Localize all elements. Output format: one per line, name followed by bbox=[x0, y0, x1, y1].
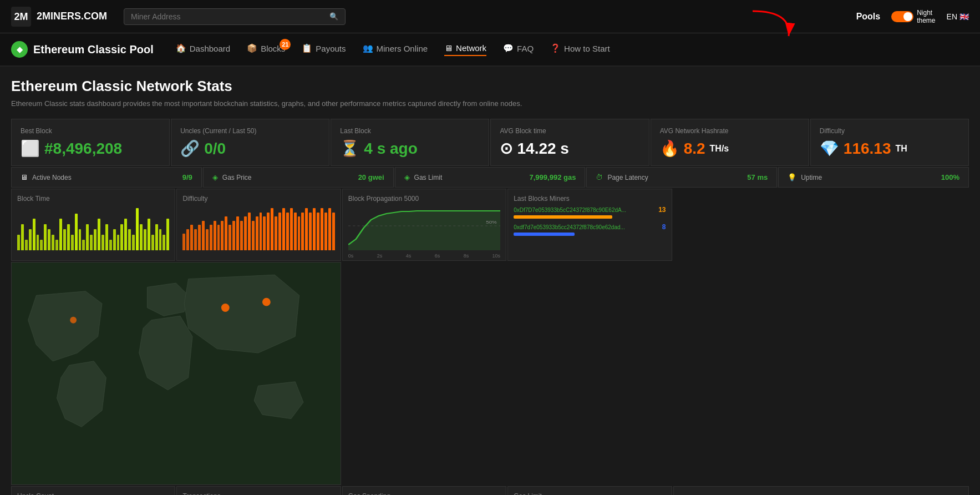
active-nodes-icon: 🖥 bbox=[21, 173, 28, 181]
last-block-icon: ⏳ bbox=[340, 139, 359, 158]
uncles-label: Uncles (Current / Last 50) bbox=[180, 127, 320, 135]
search-bar[interactable]: 🔍 bbox=[124, 8, 346, 25]
world-map bbox=[11, 262, 341, 485]
nav-item-blocks[interactable]: 📦 Blocks 21 bbox=[247, 43, 285, 55]
bar bbox=[229, 225, 231, 250]
bar bbox=[252, 221, 255, 250]
svg-marker-3 bbox=[348, 211, 500, 250]
hashrate-icon: 🔥 bbox=[660, 139, 679, 158]
difficulty-chart-title: Difficulty bbox=[182, 195, 334, 203]
page-latency-value: 57 ms bbox=[747, 173, 768, 181]
flag-icon: 🇬🇧 bbox=[959, 12, 969, 21]
nav-item-miners-online[interactable]: 👥 Miners Online bbox=[363, 43, 428, 55]
last-blocks-miners-title: Last Blocks Miners bbox=[514, 195, 666, 203]
uncles-icon: 🔗 bbox=[180, 139, 200, 158]
svg-point-9 bbox=[70, 317, 77, 324]
bar bbox=[48, 229, 50, 250]
avg-block-time-number: 14.22 s bbox=[517, 140, 568, 158]
main-content: Ethereum Classic Network Stats Ethereum … bbox=[0, 67, 980, 495]
night-theme-toggle[interactable] bbox=[891, 11, 913, 22]
bar bbox=[244, 216, 247, 250]
nav-item-faq[interactable]: 💬 FAQ bbox=[503, 43, 534, 55]
info-active-nodes: 🖥 Active Nodes 9/9 bbox=[11, 167, 202, 188]
miner-bar-2 bbox=[514, 233, 575, 236]
info-gas-limit: ◈ Gas Limit 7,999,992 gas bbox=[395, 167, 586, 188]
miner-bar-1 bbox=[514, 215, 612, 219]
bar bbox=[144, 229, 146, 250]
stat-card-difficulty: Difficulty 💎 116.13 TH bbox=[810, 119, 969, 166]
stat-card-best-block: Best Block ⬜ #8,496,208 bbox=[11, 119, 170, 166]
svg-point-7 bbox=[221, 304, 230, 312]
svg-text:50%: 50% bbox=[486, 220, 497, 224]
bar bbox=[321, 208, 323, 250]
red-arrow bbox=[747, 6, 797, 44]
bar bbox=[120, 224, 123, 251]
how-to-start-icon: ❓ bbox=[550, 43, 561, 53]
uncles-number: 0/0 bbox=[204, 140, 226, 158]
gas-price-value: 20 gwei bbox=[358, 173, 384, 181]
nav-item-network[interactable]: 🖥 Network bbox=[444, 43, 486, 56]
page-subtitle: Ethereum Classic stats dashboard provide… bbox=[11, 99, 969, 108]
uncles-value: 🔗 0/0 bbox=[180, 139, 320, 158]
bar bbox=[21, 224, 24, 251]
last-block-number: 4 s ago bbox=[364, 140, 417, 158]
page-latency-label: Page Latency bbox=[607, 174, 648, 181]
bar bbox=[260, 213, 262, 250]
bar bbox=[82, 240, 85, 250]
bar bbox=[109, 240, 112, 250]
hashrate-unit: TH/s bbox=[710, 144, 729, 154]
bar bbox=[186, 229, 189, 250]
hashrate-label: AVG Network Hashrate bbox=[660, 127, 800, 135]
logo-icon: 2M bbox=[11, 7, 31, 27]
info-page-latency: ⏱ Page Latency 57 ms bbox=[586, 167, 777, 188]
info-uptime: 💡 Uptime 100% bbox=[778, 167, 969, 188]
bar bbox=[217, 225, 220, 250]
nav-item-how-to-start[interactable]: ❓ How to Start bbox=[550, 43, 610, 55]
chart-last-blocks-miners: Last Blocks Miners 0xDf7D7e053933b5cC243… bbox=[507, 189, 672, 261]
bar bbox=[278, 213, 281, 250]
page-latency-icon: ⏱ bbox=[596, 173, 603, 181]
difficulty-number: 116.13 bbox=[844, 140, 891, 158]
faq-label: FAQ bbox=[517, 44, 534, 53]
logo-text: 2MINERS.COM bbox=[37, 11, 107, 22]
pools-button[interactable]: Pools bbox=[856, 12, 881, 22]
info-row: 🖥 Active Nodes 9/9 ◈ Gas Price 20 gwei ◈… bbox=[11, 167, 969, 188]
block-propagation-chart: 50% 0s2s4s6s8s10s bbox=[348, 206, 500, 250]
bar bbox=[267, 213, 270, 250]
bar bbox=[37, 235, 39, 251]
chart-gas-limit: Gas Limit bbox=[507, 486, 672, 495]
active-nodes-label: Active Nodes bbox=[32, 174, 72, 181]
nav-items: 🏠 Dashboard 📦 Blocks 21 📋 Payouts 👥 Mine… bbox=[176, 43, 610, 56]
dashboard-icon: 🏠 bbox=[176, 43, 186, 53]
bar bbox=[298, 216, 301, 250]
dashboard-label: Dashboard bbox=[190, 44, 230, 53]
bar bbox=[71, 235, 74, 251]
miner-count-1: 13 bbox=[658, 206, 666, 214]
bar bbox=[313, 208, 316, 250]
bar bbox=[202, 221, 205, 250]
night-theme-toggle-area: Nighttheme bbox=[891, 9, 935, 24]
bar bbox=[52, 235, 54, 251]
bar bbox=[132, 235, 135, 251]
miner-count-2: 8 bbox=[662, 223, 666, 231]
bar bbox=[309, 213, 312, 250]
bar bbox=[166, 219, 169, 250]
bar bbox=[159, 229, 162, 250]
nav-item-payouts[interactable]: 📋 Payouts bbox=[302, 43, 346, 55]
language-selector[interactable]: EN 🇬🇧 bbox=[947, 12, 969, 21]
gas-spending-title: Gas Spending bbox=[348, 492, 500, 495]
last-block-value: ⏳ 4 s ago bbox=[340, 139, 480, 158]
miner-hash-1: 0xDf7D7e053933b5cC24372f878c90E62dA... bbox=[514, 207, 655, 213]
bar bbox=[214, 221, 216, 250]
gas-limit-chart-title: Gas Limit bbox=[514, 492, 666, 495]
bar bbox=[240, 221, 243, 250]
transactions-title: Transactions bbox=[182, 492, 334, 495]
nav-item-dashboard[interactable]: 🏠 Dashboard bbox=[176, 43, 230, 55]
search-input[interactable] bbox=[131, 12, 325, 21]
miner-row-2: 0xdf7d7e053933b5cc24372f878c90e62dad... … bbox=[514, 223, 666, 236]
bar bbox=[282, 208, 285, 250]
pool-name-text: Ethereum Classic Pool bbox=[33, 43, 154, 56]
bar bbox=[17, 235, 20, 251]
bar bbox=[44, 224, 47, 251]
how-to-start-label: How to Start bbox=[564, 44, 610, 53]
